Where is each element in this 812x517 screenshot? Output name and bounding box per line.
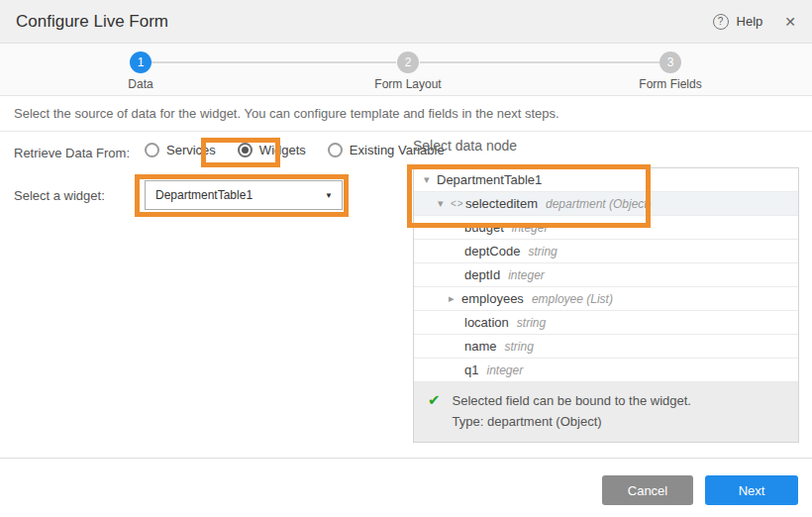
tree-node-name[interactable]: name string — [414, 335, 798, 359]
status-line-2: Type: department (Object) — [453, 414, 602, 429]
tree-node-departmenttable1[interactable]: ▾ DepartmentTable1 — [414, 168, 798, 192]
node-name: employees — [461, 291, 524, 306]
step-data[interactable]: 1 Data — [96, 44, 185, 91]
node-type: integer — [508, 268, 545, 282]
retrieve-data-from-label: Retrieve Data From: — [14, 146, 130, 160]
page-title: Configure Live Form — [16, 12, 713, 32]
status-line-1: Selected field can be bound to the widge… — [453, 393, 691, 408]
node-type: string — [505, 340, 534, 354]
select-data-node-title: Select data node — [413, 138, 517, 154]
step-label: Form Fields — [626, 77, 715, 91]
node-type: integer — [486, 363, 523, 377]
node-type: string — [528, 245, 557, 258]
step-number-badge: 2 — [397, 52, 419, 73]
step-number-badge: 1 — [130, 52, 152, 73]
tree-node-budget[interactable]: budget integer — [414, 216, 798, 240]
radio-selected-icon — [238, 143, 253, 157]
tree-node-deptcode[interactable]: deptCode string — [414, 240, 798, 263]
step-description: Select the source of data for the widget… — [0, 96, 812, 132]
step-form-layout[interactable]: 2 Form Layout — [363, 44, 453, 91]
chevron-down-icon[interactable]: ▾ — [438, 197, 451, 210]
next-button[interactable]: Next — [705, 475, 798, 505]
help-icon[interactable]: ? — [713, 14, 729, 30]
node-name: location — [464, 315, 509, 330]
step-content: Retrieve Data From: Services Widgets Exi… — [0, 132, 812, 457]
step-connector — [151, 61, 396, 63]
dialog-footer: Cancel Next — [0, 458, 812, 517]
step-number-badge: 3 — [660, 52, 681, 73]
close-icon[interactable]: ✕ — [784, 14, 796, 30]
step-form-fields[interactable]: 3 Form Fields — [626, 44, 715, 91]
node-name: deptCode — [464, 244, 520, 258]
step-label: Data — [96, 77, 185, 91]
chevron-down-icon: ▼ — [325, 191, 333, 200]
radio-icon — [145, 143, 159, 157]
widget-select-dropdown[interactable]: DepartmentTable1 ▼ — [145, 180, 343, 210]
wizard-stepper: 1 Data 2 Form Layout 3 Form Fields — [0, 44, 812, 96]
step-label: Form Layout — [363, 77, 453, 91]
help-link[interactable]: Help — [737, 14, 763, 29]
node-name: selecteditem — [465, 196, 538, 211]
tree-node-employees[interactable]: ▸ employees employee (List) — [414, 287, 798, 311]
radio-widgets[interactable]: Widgets — [238, 143, 306, 157]
node-name: deptId — [464, 267, 500, 282]
radio-label: Services — [166, 143, 216, 157]
select-widget-label: Select a widget: — [14, 188, 105, 203]
node-type: department (Object) — [546, 197, 652, 211]
node-type: employee (List) — [532, 292, 613, 306]
code-tag-icon: <> — [451, 198, 465, 209]
radio-icon — [328, 143, 343, 157]
radio-services[interactable]: Services — [145, 143, 216, 157]
binding-status-message: ✔ Selected field can be bound to the wid… — [414, 382, 798, 442]
node-name: DepartmentTable1 — [437, 172, 542, 187]
check-icon: ✔ — [428, 390, 441, 432]
radio-label: Widgets — [259, 143, 306, 157]
chevron-down-icon[interactable]: ▾ — [424, 173, 437, 186]
dialog-titlebar: Configure Live Form ? Help ✕ — [0, 0, 812, 44]
cancel-button[interactable]: Cancel — [602, 475, 693, 505]
node-name: name — [464, 339, 497, 354]
node-name: q1 — [464, 362, 478, 377]
tree-node-q1[interactable]: q1 integer — [414, 359, 798, 382]
node-type: integer — [512, 221, 549, 235]
tree-node-selecteditem[interactable]: ▾ <> selecteditem department (Object) — [414, 192, 798, 216]
node-type: string — [517, 316, 546, 330]
tree-node-location[interactable]: location string — [414, 311, 798, 335]
data-source-radio-group: Services Widgets Existing Variable — [145, 143, 445, 157]
node-name: budget — [464, 220, 504, 235]
chevron-right-icon[interactable]: ▸ — [449, 292, 461, 305]
data-node-tree-panel: ▾ DepartmentTable1 ▾ <> selecteditem dep… — [413, 167, 799, 443]
tree-node-deptid[interactable]: deptId integer — [414, 263, 798, 287]
step-connector — [420, 61, 660, 63]
selected-widget-value: DepartmentTable1 — [155, 188, 253, 202]
